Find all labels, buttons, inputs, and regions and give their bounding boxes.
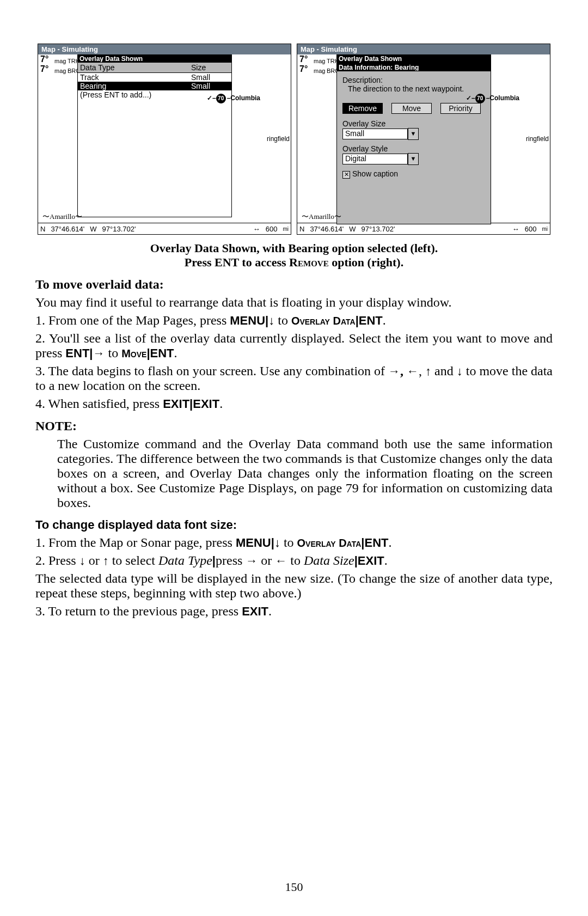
trk-value: 7° <box>40 54 48 64</box>
overlay-size-value: Small <box>342 129 408 139</box>
note-block: The Customize command and the Overlay Da… <box>57 437 553 510</box>
interstate-dash: ✓– <box>466 94 475 102</box>
trk-unit: mag <box>54 58 66 64</box>
overlay-style-dropdown[interactable]: Digital ▼ <box>342 153 485 165</box>
map-city-amarillo: 〜Amarillo〜 <box>42 212 82 222</box>
scale-unit: mi <box>283 226 289 232</box>
scale-val: 600 <box>525 225 537 233</box>
figure-caption: Overlay Data Shown, with Bearing option … <box>35 241 553 270</box>
overlay-data-shown-title: Overlay Data Shown <box>336 54 491 63</box>
window-titlebar: Map - Simulating <box>38 44 291 54</box>
screenshot-left: Map - Simulating 7° mag TRK 7° mag BRG O… <box>38 44 291 235</box>
overlay-style-value: Digital <box>342 154 408 164</box>
screenshot-right: Map - Simulating 7° mag TRK 7° mag BRG O… <box>297 44 550 235</box>
list-item[interactable]: Bearing Small <box>78 82 231 90</box>
priority-button[interactable]: Priority <box>440 103 481 114</box>
brg-unit: mag <box>314 68 325 74</box>
map-city-ringfield: ringfield <box>267 135 290 143</box>
screenshot-pair: Map - Simulating 7° mag TRK 7° mag BRG O… <box>35 44 553 235</box>
screenshot-left-body: 7° mag TRK 7° mag BRG Overlay Data Shown… <box>38 54 291 223</box>
screenshot-right-body: 7° mag TRK 7° mag BRG Overlay Data Shown… <box>297 54 550 223</box>
col-size: Size <box>189 63 231 72</box>
overlay-style-label: Overlay Style <box>342 144 485 153</box>
chevron-down-icon[interactable]: ▼ <box>408 153 419 165</box>
list-item[interactable]: Track Small <box>78 73 231 82</box>
statusbar: N 37°46.614' W 97°13.702' ↔ 600 mi <box>297 223 550 234</box>
lat-n: N <box>299 225 304 233</box>
hwy-shield-icon: 70 <box>475 94 485 103</box>
scale-val: 600 <box>266 225 278 233</box>
overlay-list[interactable]: Data Type Size Track Small Bearing Small… <box>77 62 232 217</box>
scale-icon: ↔ <box>253 225 260 233</box>
overlay-size-dropdown[interactable]: Small ▼ <box>342 128 485 140</box>
lon-w: W <box>349 225 356 233</box>
window-title: Map - Simulating <box>301 45 357 53</box>
statusbar: N 37°46.614' W 97°13.702' ↔ 600 mi <box>38 223 291 234</box>
note-paragraph: The Customize command and the Overlay Da… <box>57 437 553 510</box>
lat-val: 37°46.614' <box>51 225 84 233</box>
step-2: 2. You'll see a list of the overlay data… <box>35 331 553 361</box>
trk-value: 7° <box>299 54 308 64</box>
step-3: 3. The data begins to flash on your scre… <box>35 364 553 393</box>
font-step-3: 3. To return to the previous page, press… <box>35 604 553 619</box>
page-number: 150 <box>0 880 588 894</box>
font-step-2: 2. Press ↓ or ↑ to select Data Type|pres… <box>35 553 553 568</box>
col-data-type: Data Type <box>78 63 189 72</box>
step-1: 1. From one of the Map Pages, press MENU… <box>35 313 553 328</box>
window-title: Map - Simulating <box>41 45 98 53</box>
brg-unit: mag <box>54 68 66 74</box>
hwy-label: ✓–70–Columbia <box>466 94 519 103</box>
map-city-amarillo: 〜Amarillo〜 <box>302 212 341 222</box>
interstate-dash: ✓– <box>207 94 216 102</box>
lon-val: 97°13.702' <box>102 225 136 233</box>
lon-val: 97°13.702' <box>362 225 395 233</box>
hwy-label: ✓–70–Columbia <box>207 94 260 103</box>
window-titlebar: Map - Simulating <box>297 44 550 54</box>
lon-w: W <box>90 225 96 233</box>
lat-n: N <box>40 225 45 233</box>
brg-value: 7° <box>40 64 48 74</box>
lat-val: 37°46.614' <box>310 225 344 233</box>
description-text: The direction to the next waypoint. <box>348 84 485 93</box>
move-button[interactable]: Move <box>391 103 432 114</box>
checkbox-icon: ✕ <box>342 171 350 179</box>
step-4: 4. When satisfied, press EXIT|EXIT. <box>35 396 553 411</box>
font-step-1: 1. From the Map or Sonar page, press MEN… <box>35 535 553 550</box>
heading-change-font-size: To change displayed data font size: <box>35 518 553 532</box>
description-label: Description: <box>342 76 485 84</box>
brg-value: 7° <box>299 64 308 74</box>
hwy-shield-icon: 70 <box>216 94 226 103</box>
overlay-list-header: Data Type Size <box>78 63 231 73</box>
heading-move-overlaid: To move overlaid data: <box>35 277 553 292</box>
trk-unit: mag <box>314 58 325 64</box>
map-city-ringfield: ringfield <box>526 135 549 143</box>
scale-unit: mi <box>542 226 548 232</box>
overlay-size-label: Overlay Size <box>342 119 485 128</box>
show-caption-checkbox[interactable]: ✕Show caption <box>342 169 485 179</box>
paragraph: You may find it useful to rearrange data… <box>35 295 553 310</box>
chevron-down-icon[interactable]: ▼ <box>408 128 419 140</box>
note-heading: NOTE: <box>35 419 553 433</box>
remove-button[interactable]: Remove <box>342 103 383 114</box>
paragraph: The selected data type will be displayed… <box>35 571 553 601</box>
scale-icon: ↔ <box>512 225 519 233</box>
